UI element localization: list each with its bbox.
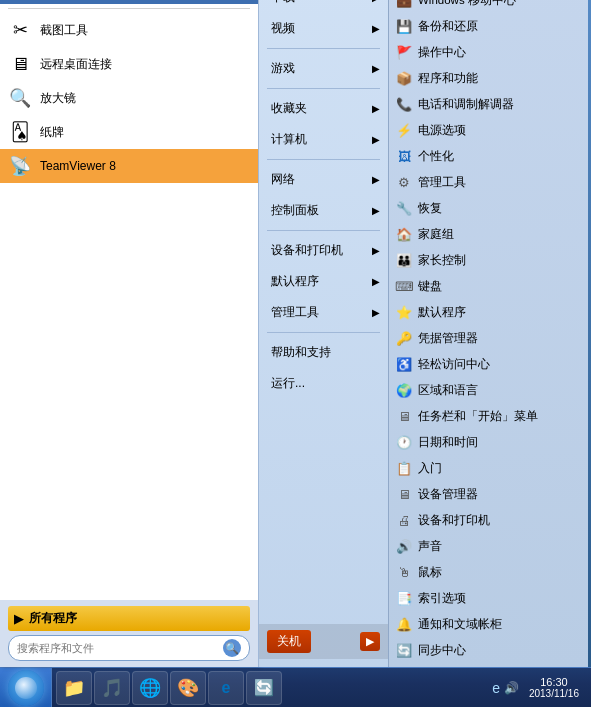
start-orb xyxy=(8,670,44,706)
right-item-sync[interactable]: 🔄 同步中心 xyxy=(389,637,588,663)
search-icon: 🔍 xyxy=(225,642,239,655)
mid-item-games[interactable]: 游戏 ▶ xyxy=(259,53,388,84)
taskbar-item-browser[interactable]: 🌐 xyxy=(132,671,168,705)
taskbar-item-explorer[interactable]: 📁 xyxy=(56,671,92,705)
right-item-credentials[interactable]: 🔑 凭据管理器 xyxy=(389,325,588,351)
mid-item-label-video2: 视频 xyxy=(271,20,295,37)
right-item-icon-devices_printers: 🖨 xyxy=(395,511,413,529)
right-item-ease_access[interactable]: ♿ 轻松访问中心 xyxy=(389,351,588,377)
right-panel-items: 🌐 Internet 选项 🖥 NVIDIA 控制面板 🖥 RemoteApp … xyxy=(389,0,588,663)
tray-ie-icon[interactable]: e xyxy=(492,680,500,696)
right-item-devices_printers[interactable]: 🖨 设备和打印机 xyxy=(389,507,588,533)
taskbar-item-sync[interactable]: 🔄 xyxy=(246,671,282,705)
right-item-notification[interactable]: 🔔 通知和文域帐柜 xyxy=(389,611,588,637)
right-item-icon-homegroup: 🏠 xyxy=(395,225,413,243)
right-item-mobility[interactable]: 💼 Windows 移动中心 xyxy=(389,0,588,13)
left-menu-item-magnifier[interactable]: 🔍 放大镜 xyxy=(0,81,258,115)
start-orb-inner xyxy=(15,677,37,699)
right-item-datetime[interactable]: 🕐 日期和时间 xyxy=(389,429,588,455)
right-item-label-action_center: 操作中心 xyxy=(418,45,466,60)
mid-item-computer[interactable]: 计算机 ▶ xyxy=(259,124,388,155)
right-item-getstarted[interactable]: 📋 入门 xyxy=(389,455,588,481)
start-button[interactable] xyxy=(0,668,52,708)
right-item-icon-parental: 👪 xyxy=(395,251,413,269)
mid-item-arrow-downloads: ▶ xyxy=(372,0,380,3)
mid-item-arrow-computer: ▶ xyxy=(372,134,380,145)
right-item-personalize[interactable]: 🖼 个性化 xyxy=(389,143,588,169)
tray-sound-icon[interactable]: 🔊 xyxy=(504,681,519,695)
right-item-label-notification: 通知和文域帐柜 xyxy=(418,617,502,632)
right-item-action_center[interactable]: 🚩 操作中心 xyxy=(389,39,588,65)
right-item-region[interactable]: 🌍 区域和语言 xyxy=(389,377,588,403)
mid-item-devices[interactable]: 设备和打印机 ▶ xyxy=(259,235,388,266)
taskbar: 📁 🎵 🌐 🎨 e 🔄 e 🔊 16:30 2013/11/16 xyxy=(0,667,591,707)
right-item-label-parental: 家长控制 xyxy=(418,253,466,268)
menu-item-icon-rdp: 🖥 xyxy=(8,52,32,76)
search-input[interactable] xyxy=(17,642,219,654)
right-item-backup[interactable]: 💾 备份和还原 xyxy=(389,13,588,39)
mid-item-network[interactable]: 网络 ▶ xyxy=(259,164,388,195)
mid-divider-9 xyxy=(267,159,380,160)
right-item-power[interactable]: ⚡ 电源选项 xyxy=(389,117,588,143)
right-panel: 🌐 Internet 选项 🖥 NVIDIA 控制面板 🖥 RemoteApp … xyxy=(388,0,588,667)
right-item-admin_tools[interactable]: ⚙ 管理工具 xyxy=(389,169,588,195)
left-panel: 👤 用户 📋 入门 ▶ 🎬 Windows Media Center 📝 便笺 … xyxy=(0,0,258,667)
right-item-homegroup[interactable]: 🏠 家庭组 xyxy=(389,221,588,247)
shutdown-arrow-button[interactable]: ▶ xyxy=(360,632,380,651)
mid-item-label-favorites: 收藏夹 xyxy=(271,100,307,117)
right-item-label-mobility: Windows 移动中心 xyxy=(418,0,516,8)
left-menu-items: 📋 入门 ▶ 🎬 Windows Media Center 📝 便笺 ▶ 🔢 计… xyxy=(0,0,258,600)
right-item-label-getstarted: 入门 xyxy=(418,461,442,476)
tray-clock[interactable]: 16:30 2013/11/16 xyxy=(523,674,585,701)
right-item-parental[interactable]: 👪 家长控制 xyxy=(389,247,588,273)
right-item-icon-sync: 🔄 xyxy=(395,641,413,659)
left-menu-item-snipping[interactable]: ✂ 截图工具 xyxy=(0,13,258,47)
right-item-phone_modem[interactable]: 📞 电话和调制解调器 xyxy=(389,91,588,117)
left-menu-item-calculator[interactable]: 🔢 计算器 xyxy=(0,0,258,4)
taskbar-item-media[interactable]: 🎵 xyxy=(94,671,130,705)
right-item-icon-action_center: 🚩 xyxy=(395,43,413,61)
search-button[interactable]: 🔍 xyxy=(223,639,241,657)
right-item-sound[interactable]: 🔊 声音 xyxy=(389,533,588,559)
right-item-device_mgr[interactable]: 🖥 设备管理器 xyxy=(389,481,588,507)
taskbar-item-paint[interactable]: 🎨 xyxy=(170,671,206,705)
mid-item-label-manage_tools: 管理工具 xyxy=(271,304,319,321)
left-menu-item-solitaire[interactable]: 🂡 纸牌 xyxy=(0,115,258,149)
left-menu-item-teamviewer[interactable]: 📡 TeamViewer 8 xyxy=(0,149,258,183)
right-item-label-devices_printers: 设备和打印机 xyxy=(418,513,490,528)
taskbar-items: 📁 🎵 🌐 🎨 e 🔄 xyxy=(52,671,486,705)
mid-item-video2[interactable]: 视频 ▶ xyxy=(259,13,388,44)
mid-divider-6 xyxy=(267,48,380,49)
mid-item-arrow-games: ▶ xyxy=(372,63,380,74)
right-item-mouse[interactable]: 🖱 鼠标 xyxy=(389,559,588,585)
left-bottom: ▶ 所有程序 🔍 xyxy=(0,600,258,667)
mid-item-run[interactable]: 运行... xyxy=(259,368,388,399)
shutdown-button[interactable]: 关机 xyxy=(267,630,311,653)
right-item-recovery[interactable]: 🔧 恢复 xyxy=(389,195,588,221)
right-item-label-ease_access: 轻松访问中心 xyxy=(418,357,490,372)
shutdown-arrow-icon: ▶ xyxy=(366,635,374,647)
right-item-default_prog2[interactable]: ⭐ 默认程序 xyxy=(389,299,588,325)
mid-item-label-control: 控制面板 xyxy=(271,202,319,219)
right-item-keyboard[interactable]: ⌨ 键盘 xyxy=(389,273,588,299)
right-item-icon-power: ⚡ xyxy=(395,121,413,139)
mid-item-control[interactable]: 控制面板 ▶ xyxy=(259,195,388,226)
mid-item-default_prog[interactable]: 默认程序 ▶ xyxy=(259,266,388,297)
shutdown-label: 关机 xyxy=(277,633,301,650)
mid-item-help[interactable]: 帮助和支持 xyxy=(259,337,388,368)
right-item-indexing[interactable]: 📑 索引选项 xyxy=(389,585,588,611)
left-menu-item-rdp[interactable]: 🖥 远程桌面连接 xyxy=(0,47,258,81)
mid-item-manage_tools[interactable]: 管理工具 ▶ xyxy=(259,297,388,328)
right-item-taskbar_start[interactable]: 🖥 任务栏和「开始」菜单 xyxy=(389,403,588,429)
taskbar-item-ie[interactable]: e xyxy=(208,671,244,705)
mid-item-downloads[interactable]: 下载 ▶ xyxy=(259,0,388,13)
right-item-programs[interactable]: 📦 程序和功能 xyxy=(389,65,588,91)
mid-item-favorites[interactable]: 收藏夹 ▶ xyxy=(259,93,388,124)
right-item-label-credentials: 凭据管理器 xyxy=(418,331,478,346)
right-item-label-default_prog2: 默认程序 xyxy=(418,305,466,320)
right-item-label-sound: 声音 xyxy=(418,539,442,554)
right-item-label-device_mgr: 设备管理器 xyxy=(418,487,478,502)
mid-item-label-run: 运行... xyxy=(271,375,305,392)
clock-date: 2013/11/16 xyxy=(529,688,579,699)
all-programs-button[interactable]: ▶ 所有程序 xyxy=(8,606,250,631)
